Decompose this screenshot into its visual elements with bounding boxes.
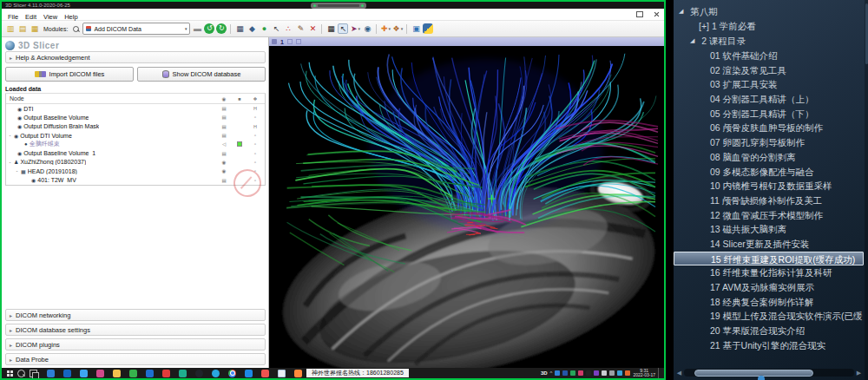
course-group-catalog[interactable]: 2 课程目录 bbox=[674, 34, 868, 49]
list-item[interactable]: 02 渲染及常见工具 bbox=[674, 63, 868, 78]
tree-header[interactable]: Node ◉ ■ ❖ bbox=[6, 94, 265, 104]
visibility-cell-icon[interactable]: ◉ bbox=[216, 158, 232, 167]
list-item[interactable]: 08 脑血管的分割剥离 bbox=[674, 150, 868, 165]
app-teal[interactable] bbox=[179, 370, 187, 377]
link-cell-icon[interactable]: ▫ bbox=[247, 158, 263, 167]
qq[interactable] bbox=[195, 370, 203, 377]
toolbar-icon[interactable] bbox=[230, 24, 231, 34]
table-row[interactable]: ◉ DTI ▤ H bbox=[6, 104, 265, 113]
list-item[interactable]: 07 卵圆孔穿刺导板制作 bbox=[674, 135, 868, 150]
tree-expander[interactable]: - bbox=[15, 168, 19, 174]
pin-icon[interactable] bbox=[272, 39, 277, 44]
extensions-grid-icon[interactable]: ▦ bbox=[326, 23, 336, 34]
collapsible-section[interactable]: ▸ DICOM plugins bbox=[5, 338, 266, 351]
tray-purple[interactable] bbox=[594, 370, 599, 376]
add-point-icon[interactable]: ✚ bbox=[380, 23, 391, 34]
app-blue-1[interactable] bbox=[47, 370, 55, 377]
menu-item[interactable]: Help bbox=[61, 13, 81, 21]
collapsible-section[interactable]: ▸ DICOM networking bbox=[5, 309, 266, 321]
app-video[interactable] bbox=[63, 370, 71, 377]
toolbar-icon[interactable] bbox=[321, 24, 322, 34]
help-acknowledgement-section[interactable]: ▸ Help & Acknowledgement bbox=[5, 51, 266, 63]
tree-expander[interactable]: - bbox=[8, 160, 12, 165]
maximize-button[interactable] bbox=[636, 11, 643, 17]
link-cell-icon[interactable]: ▫ bbox=[247, 148, 263, 157]
list-item[interactable]: 13 磁共振大脑剥离 bbox=[674, 222, 868, 237]
module-search-icon[interactable] bbox=[73, 26, 79, 32]
tree-expander[interactable]: - bbox=[8, 133, 12, 138]
visibility-cell-icon[interactable]: ◁ bbox=[216, 140, 232, 148]
markups-icon[interactable]: ∴ bbox=[283, 23, 293, 34]
list-item[interactable]: 05 分割器工具精讲（下） bbox=[674, 107, 868, 121]
tray-expand-icon[interactable]: ^ bbox=[550, 370, 553, 376]
visibility-cell-icon[interactable]: ▤ bbox=[216, 148, 232, 157]
list-item[interactable]: 12 微血管减压手术模型制作 bbox=[674, 208, 868, 223]
mouse-mode-icon[interactable]: ↖ bbox=[338, 23, 348, 34]
scrollbar-thumb[interactable] bbox=[865, 3, 868, 64]
delete-icon[interactable]: ✕ bbox=[307, 23, 318, 34]
table-row[interactable]: ● 全脑纤维束 ◁ ▫ bbox=[6, 140, 265, 148]
photos[interactable] bbox=[278, 370, 286, 377]
visibility-cell-icon[interactable]: ▤ bbox=[216, 122, 232, 131]
table-row[interactable]: ◉ Output Diffusion Brain Mask ▤ H bbox=[6, 122, 265, 131]
app-blue-2[interactable] bbox=[80, 370, 88, 377]
redo-icon[interactable]: ↻ bbox=[216, 23, 227, 34]
visibility-cell-icon[interactable]: ◉ bbox=[216, 167, 232, 175]
app-camera-blue[interactable] bbox=[245, 370, 253, 377]
zoom-person-icon[interactable]: ◉ bbox=[362, 23, 372, 34]
interaction-cursor-icon[interactable]: ↖ bbox=[271, 23, 281, 34]
horizontal-scrollbar[interactable]: ◀ ▶ bbox=[675, 368, 863, 377]
list-item[interactable]: 16 纤维束量化指标计算及科研 bbox=[674, 265, 868, 280]
scrollbar-thumb[interactable] bbox=[694, 370, 813, 377]
tray-colorful[interactable] bbox=[578, 370, 583, 376]
import-dicom-button[interactable]: Import DICOM files bbox=[5, 67, 134, 82]
list-item[interactable]: 20 苹果版混合现实介绍 bbox=[674, 324, 868, 338]
tray-blue-2[interactable] bbox=[562, 370, 568, 376]
close-button[interactable] bbox=[654, 11, 660, 17]
scrollbar-track[interactable] bbox=[684, 369, 854, 377]
list-item[interactable]: 03 扩展工具安装 bbox=[674, 77, 868, 92]
link-cell-icon[interactable]: ▫ bbox=[247, 113, 263, 121]
menu-item[interactable]: File bbox=[4, 13, 22, 21]
list-item[interactable]: 17 AVM及动脉瘤实例展示 bbox=[674, 280, 868, 295]
visibility-cell-icon[interactable]: ▤ bbox=[216, 175, 232, 184]
start-button[interactable] bbox=[7, 370, 13, 377]
link-cell-icon[interactable]: H bbox=[247, 122, 263, 131]
scroll-left-icon[interactable]: ◀ bbox=[675, 370, 683, 377]
menu-item[interactable]: Edit bbox=[22, 13, 40, 21]
tray-3d-button[interactable]: 3D bbox=[541, 370, 548, 376]
color-swatch[interactable] bbox=[237, 141, 242, 147]
course-group-pre[interactable]: [+] 1 学前必看 bbox=[674, 19, 868, 34]
toolbar-icon[interactable] bbox=[406, 24, 407, 34]
app-atom[interactable] bbox=[96, 370, 104, 377]
link-cell-icon[interactable]: H bbox=[247, 104, 263, 113]
taskbar-clock[interactable]: 9:31 2022-03-17 bbox=[633, 369, 655, 378]
list-item[interactable]: 10 内镜椎弓根钉及数据重采样 bbox=[674, 179, 868, 193]
list-item[interactable]: 09 多模态影像配准与融合 bbox=[674, 165, 868, 180]
collapsed-marker[interactable]: [+] bbox=[699, 21, 709, 31]
menu-item[interactable]: View bbox=[40, 13, 61, 21]
table-row[interactable]: - ♟ XuZhiZhong (01802037) ◉ ▫ bbox=[6, 158, 265, 167]
list-item[interactable]: 01 软件基础介绍 bbox=[674, 49, 868, 63]
table-row[interactable]: ◉ Output Baseline Volume_1 ▤ ▫ bbox=[6, 148, 265, 157]
app-pie[interactable] bbox=[294, 370, 302, 377]
layout-icon[interactable]: ▦ bbox=[234, 23, 245, 34]
telegram[interactable] bbox=[212, 370, 220, 377]
list-item[interactable]: 11 颅骨缺损修补制作及美工 bbox=[674, 193, 868, 208]
visibility-cell-icon[interactable]: ▤ bbox=[216, 104, 232, 113]
scroll-right-icon[interactable]: ▶ bbox=[855, 370, 863, 377]
app-red-small[interactable] bbox=[261, 370, 269, 377]
transform-pencil-icon[interactable]: ✎ bbox=[295, 23, 306, 34]
window-titlebar[interactable]: 3D Slicer 4.11.0-2020-06-25 bbox=[2, 2, 664, 9]
view-menu-icon[interactable] bbox=[287, 39, 293, 44]
app-red[interactable] bbox=[162, 370, 170, 377]
volume-rendering-icon[interactable]: ● bbox=[259, 23, 269, 34]
file-explorer[interactable] bbox=[113, 370, 121, 377]
load-data-icon[interactable]: ▥ bbox=[5, 23, 16, 34]
visibility-cell-icon[interactable]: ▤ bbox=[216, 131, 232, 140]
undo-icon[interactable]: ↺ bbox=[204, 23, 214, 34]
show-desktop-button[interactable] bbox=[658, 368, 662, 378]
course-root-node[interactable]: 第八期 bbox=[674, 4, 868, 19]
shield-icon[interactable]: ◆ bbox=[247, 23, 257, 34]
recording-toolbar[interactable] bbox=[311, 3, 366, 9]
